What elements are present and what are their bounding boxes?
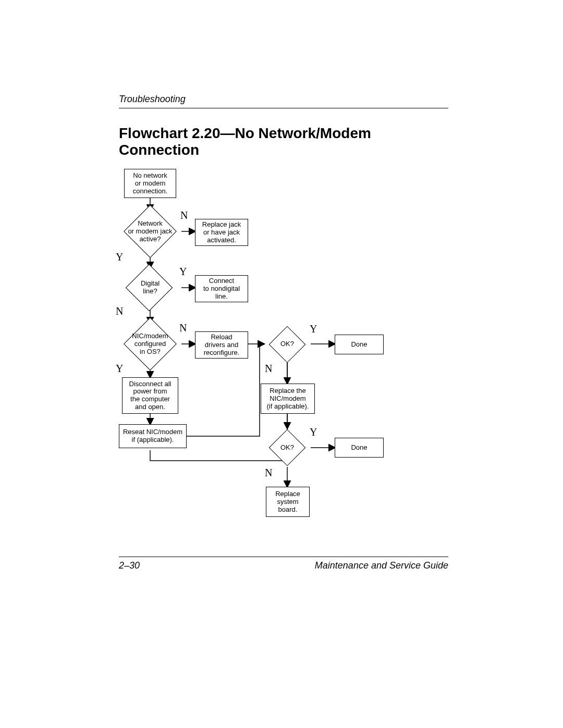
label-n-ok1: N bbox=[265, 363, 272, 375]
node-done2: Done bbox=[335, 438, 384, 458]
node-ok1: OK? bbox=[264, 325, 311, 363]
label-y-ok2: Y bbox=[310, 426, 317, 438]
label-y-3: Y bbox=[116, 363, 123, 375]
flowchart-title: Flowchart 2.20—No Network/Modem Connecti… bbox=[119, 125, 448, 158]
node-start: No networkor modemconnection. bbox=[124, 169, 176, 198]
node-jack-active: Networkor modem jackactive? bbox=[119, 211, 181, 252]
label-n-1: N bbox=[180, 209, 188, 221]
node-reseat: Reseat NIC/modemif (applicable). bbox=[119, 424, 187, 448]
node-replace-jack: Replace jackor have jackactivated. bbox=[195, 219, 248, 246]
node-digital-line: Digitalline? bbox=[119, 268, 181, 307]
rule-bottom bbox=[119, 557, 448, 557]
node-disconnect: Disconnect allpower fromthe computerand … bbox=[122, 377, 178, 414]
book-title: Maintenance and Service Guide bbox=[315, 560, 448, 571]
node-done1: Done bbox=[335, 335, 384, 354]
section-header: Troubleshooting bbox=[119, 94, 448, 105]
rule-top bbox=[119, 108, 448, 108]
label-n-ok2: N bbox=[265, 467, 272, 479]
node-replace-board: Replacesystemboard. bbox=[266, 487, 310, 517]
label-y-2: Y bbox=[179, 266, 187, 278]
node-configured: NIC/modemconfiguredin OS? bbox=[119, 323, 181, 365]
node-replace-nic: Replace theNIC/modem(if applicable). bbox=[261, 384, 315, 414]
page-number: 2–30 bbox=[119, 560, 140, 571]
label-n-3: N bbox=[179, 322, 187, 334]
label-n-2: N bbox=[116, 305, 123, 317]
flowchart-area: No networkor modemconnection. Networkor … bbox=[119, 169, 448, 544]
label-y-1: Y bbox=[116, 251, 123, 263]
node-reload-drivers: Reloaddrivers andreconfigure. bbox=[195, 331, 248, 359]
node-connect-nondigital: Connectto nondigitalline. bbox=[195, 275, 248, 302]
node-ok2: OK? bbox=[264, 428, 311, 467]
label-y-ok1: Y bbox=[310, 323, 317, 335]
